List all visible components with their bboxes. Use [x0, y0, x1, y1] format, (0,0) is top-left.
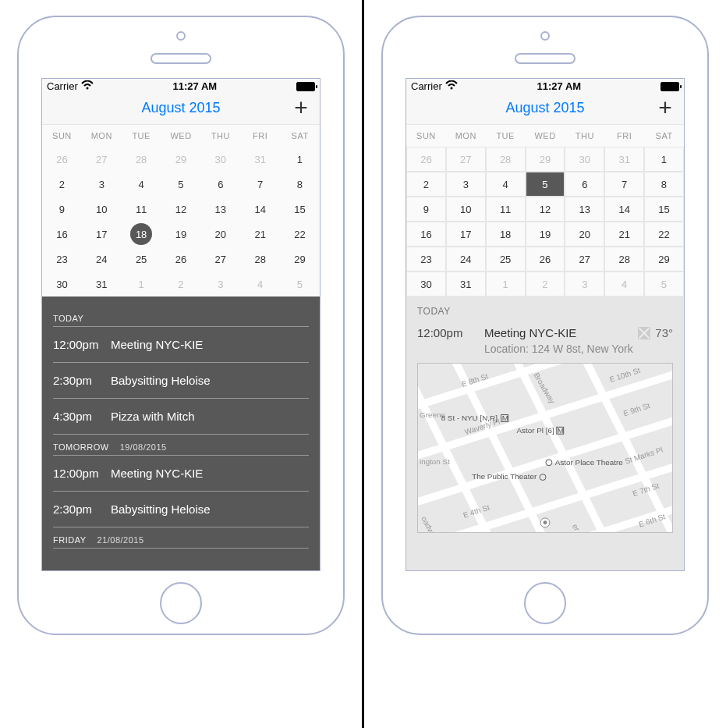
- calendar-day[interactable]: 26: [406, 147, 446, 172]
- calendar-day[interactable]: 8: [644, 172, 684, 197]
- month-title[interactable]: August 2015: [141, 100, 220, 116]
- calendar-day[interactable]: 30: [200, 147, 240, 172]
- calendar-day[interactable]: 31: [604, 147, 644, 172]
- calendar-day[interactable]: 25: [486, 247, 526, 272]
- calendar-day[interactable]: 20: [565, 222, 604, 247]
- calendar-day[interactable]: 19: [526, 222, 565, 247]
- calendar-day[interactable]: 14: [240, 197, 280, 222]
- calendar-day[interactable]: 28: [604, 247, 644, 272]
- calendar-day[interactable]: 15: [644, 197, 684, 222]
- calendar-day[interactable]: 30: [42, 272, 82, 297]
- event-row[interactable]: 12:00pmMeeting NYC-KIE: [53, 456, 309, 492]
- calendar-day[interactable]: 16: [406, 222, 446, 247]
- calendar-day[interactable]: 21: [240, 222, 280, 247]
- calendar-day[interactable]: 29: [644, 247, 684, 272]
- calendar-day[interactable]: 27: [82, 147, 122, 172]
- calendar-day[interactable]: 1: [122, 272, 161, 297]
- calendar-day[interactable]: 5: [161, 172, 201, 197]
- event-time: 2:30pm: [53, 374, 111, 387]
- calendar-day[interactable]: 6: [565, 172, 604, 197]
- add-event-button[interactable]: +: [654, 97, 676, 119]
- calendar-day[interactable]: 26: [42, 147, 82, 172]
- calendar-day[interactable]: 9: [42, 197, 82, 222]
- calendar-day[interactable]: 28: [122, 147, 161, 172]
- calendar-day[interactable]: 3: [446, 172, 486, 197]
- calendar-day[interactable]: 12: [526, 197, 565, 222]
- event-row[interactable]: 2:30pmBabysitting Heloise: [53, 363, 309, 399]
- calendar-day[interactable]: 26: [161, 247, 201, 272]
- calendar-day[interactable]: 14: [604, 197, 644, 222]
- calendar-day[interactable]: 10: [446, 197, 486, 222]
- calendar-day[interactable]: 8: [280, 172, 320, 197]
- calendar-day[interactable]: 23: [406, 247, 446, 272]
- calendar-day[interactable]: 1: [280, 147, 320, 172]
- calendar-day[interactable]: 24: [82, 247, 122, 272]
- calendar-day[interactable]: 29: [280, 247, 320, 272]
- calendar-day[interactable]: 3: [200, 272, 240, 297]
- calendar-day[interactable]: 29: [526, 147, 565, 172]
- calendar-day[interactable]: 27: [565, 247, 604, 272]
- calendar-day[interactable]: 31: [446, 272, 486, 297]
- calendar-day[interactable]: 22: [280, 222, 320, 247]
- calendar-day[interactable]: 7: [604, 172, 644, 197]
- calendar-day[interactable]: 18: [122, 222, 161, 247]
- calendar-day[interactable]: 5: [644, 272, 684, 297]
- event-row[interactable]: 2:30pmBabysitting Heloise: [53, 492, 309, 527]
- calendar-day[interactable]: 28: [486, 147, 526, 172]
- calendar-day[interactable]: 17: [446, 222, 486, 247]
- calendar-day[interactable]: 2: [406, 172, 446, 197]
- calendar-day[interactable]: 6: [200, 172, 240, 197]
- calendar-day[interactable]: 7: [240, 172, 280, 197]
- add-event-button[interactable]: +: [290, 97, 312, 119]
- calendar-day[interactable]: 4: [122, 172, 161, 197]
- calendar-day[interactable]: 4: [604, 272, 644, 297]
- calendar-day[interactable]: 4: [240, 272, 280, 297]
- calendar-day[interactable]: 2: [526, 272, 565, 297]
- calendar-day[interactable]: 13: [565, 197, 604, 222]
- events-list[interactable]: TODAY12:00pmMeeting NYC-KIE2:30pmBabysit…: [42, 297, 320, 570]
- event-row[interactable]: 12:00pmMeeting NYC-KIE: [53, 327, 309, 363]
- calendar-day[interactable]: 15: [280, 197, 320, 222]
- calendar-day[interactable]: 4: [486, 172, 526, 197]
- calendar-day[interactable]: 5: [526, 172, 565, 197]
- weekday-label: SAT: [644, 131, 684, 140]
- calendar-day[interactable]: 26: [526, 247, 565, 272]
- map[interactable]: E 8th St Broadway E 10th St E 9th St Wav…: [417, 363, 673, 533]
- calendar-day[interactable]: 12: [161, 197, 201, 222]
- calendar-day[interactable]: 3: [82, 172, 122, 197]
- calendar-day[interactable]: 20: [200, 222, 240, 247]
- calendar-day[interactable]: 31: [82, 272, 122, 297]
- calendar-day[interactable]: 1: [486, 272, 526, 297]
- calendar-day[interactable]: 5: [280, 272, 320, 297]
- calendar-day[interactable]: 21: [604, 222, 644, 247]
- calendar-day[interactable]: 2: [42, 172, 82, 197]
- calendar-day[interactable]: 3: [565, 272, 604, 297]
- calendar-day[interactable]: 25: [122, 247, 161, 272]
- calendar-day[interactable]: 29: [161, 147, 201, 172]
- home-button[interactable]: [160, 582, 202, 624]
- calendar-day[interactable]: 19: [161, 222, 201, 247]
- calendar-day[interactable]: 9: [406, 197, 446, 222]
- calendar-day[interactable]: 28: [240, 247, 280, 272]
- calendar-day[interactable]: 13: [200, 197, 240, 222]
- calendar-day[interactable]: 11: [122, 197, 161, 222]
- calendar-day[interactable]: 30: [406, 272, 446, 297]
- calendar-day[interactable]: 23: [42, 247, 82, 272]
- month-title[interactable]: August 2015: [505, 100, 584, 116]
- calendar-day[interactable]: 24: [446, 247, 486, 272]
- home-button[interactable]: [524, 582, 566, 624]
- calendar-day[interactable]: 18: [486, 222, 526, 247]
- event-row[interactable]: 4:30pmPizza with Mitch: [53, 399, 309, 435]
- calendar-day[interactable]: 30: [565, 147, 604, 172]
- calendar-day[interactable]: 11: [486, 197, 526, 222]
- detail-event-title[interactable]: Meeting NYC-KIE: [484, 326, 625, 339]
- calendar-day[interactable]: 16: [42, 222, 82, 247]
- calendar-day[interactable]: 31: [240, 147, 280, 172]
- calendar-day[interactable]: 2: [161, 272, 201, 297]
- calendar-day[interactable]: 10: [82, 197, 122, 222]
- calendar-day[interactable]: 27: [446, 147, 486, 172]
- calendar-day[interactable]: 17: [82, 222, 122, 247]
- calendar-day[interactable]: 27: [200, 247, 240, 272]
- calendar-day[interactable]: 22: [644, 222, 684, 247]
- calendar-day[interactable]: 1: [644, 147, 684, 172]
